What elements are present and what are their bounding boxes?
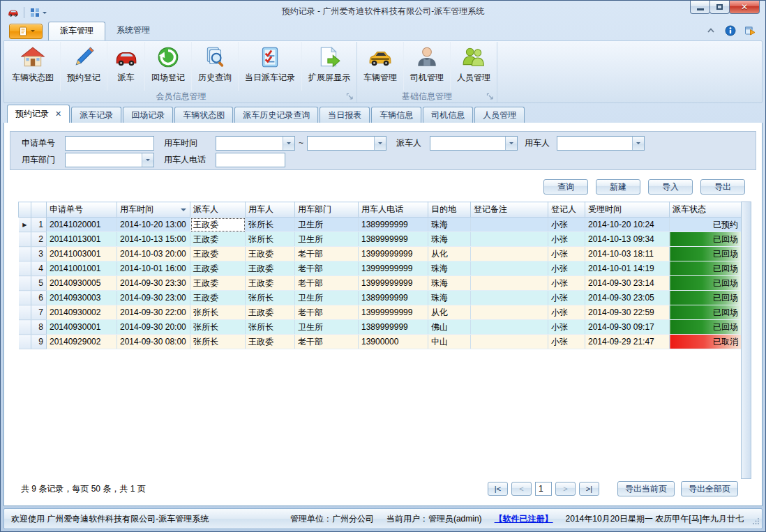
last-page-button[interactable]: >| bbox=[579, 482, 599, 496]
cell-用车部门[interactable]: 老干部 bbox=[295, 276, 359, 291]
table-row[interactable]: 8201409300012014-09-30 20:00张所长张所长卫生所138… bbox=[19, 320, 742, 335]
column-header-申请单号[interactable]: 申请单号 bbox=[47, 202, 117, 218]
cell-用车人电话[interactable]: 13999999999 bbox=[359, 305, 428, 320]
next-page-button[interactable]: > bbox=[555, 482, 576, 496]
column-header-登记备注[interactable]: 登记备注 bbox=[471, 202, 548, 218]
cell-登记人[interactable]: 小张 bbox=[548, 218, 585, 232]
cell-登记备注[interactable] bbox=[471, 218, 548, 232]
cell-用车人电话[interactable]: 1389999999 bbox=[359, 320, 428, 335]
doc-tab-车辆信息[interactable]: 车辆信息 bbox=[371, 107, 421, 123]
cell-用车人[interactable]: 王政委 bbox=[246, 261, 295, 276]
cell-用车部门[interactable]: 老干部 bbox=[295, 261, 359, 276]
cell-派车人[interactable]: 王政委 bbox=[190, 276, 246, 291]
page-number-input[interactable] bbox=[535, 482, 552, 496]
cell-登记备注[interactable] bbox=[471, 291, 548, 305]
cell-申请单号[interactable]: 20140930001 bbox=[47, 320, 117, 335]
cell-派车状态[interactable]: 已回场 bbox=[670, 276, 742, 291]
doc-tab-司机信息[interactable]: 司机信息 bbox=[423, 107, 473, 123]
cell-用车时间[interactable]: 2014-09-30 23:00 bbox=[117, 291, 190, 305]
cell-目的地[interactable]: 珠海 bbox=[428, 232, 471, 247]
column-header-用车人电话[interactable]: 用车人电话 bbox=[359, 202, 428, 218]
cell-受理时间[interactable]: 2014-10-01 14:19 bbox=[585, 261, 670, 276]
cell-用车人[interactable]: 张所长 bbox=[246, 291, 295, 305]
cell-登记人[interactable]: 小张 bbox=[548, 247, 585, 261]
cell-派车人[interactable]: 王政委 bbox=[190, 218, 246, 232]
ribbon-tab-系统管理[interactable]: 系统管理 bbox=[105, 22, 161, 40]
column-header-用车人[interactable]: 用车人 bbox=[246, 202, 295, 218]
cell-用车时间[interactable]: 2014-10-01 16:00 bbox=[117, 261, 190, 276]
create-button[interactable]: 新建 bbox=[596, 179, 640, 195]
cell-受理时间[interactable]: 2014-10-13 09:34 bbox=[585, 232, 670, 247]
cell-用车人电话[interactable]: 13900000 bbox=[359, 335, 428, 349]
export-current-page-button[interactable]: 导出当前页 bbox=[617, 481, 675, 496]
cell-用车人电话[interactable]: 13999999999 bbox=[359, 261, 428, 276]
cell-用车人[interactable]: 张所长 bbox=[246, 218, 295, 232]
close-button[interactable]: ✕ bbox=[729, 1, 760, 14]
cell-派车人[interactable]: 王政委 bbox=[190, 291, 246, 305]
dialog-launcher-icon[interactable] bbox=[486, 93, 494, 100]
doc-tab-派车记录[interactable]: 派车记录 bbox=[71, 107, 121, 123]
cell-派车人[interactable]: 王政委 bbox=[190, 261, 246, 276]
cell-登记人[interactable]: 小张 bbox=[548, 335, 585, 349]
cell-申请单号[interactable]: 20140930003 bbox=[47, 291, 117, 305]
cell-受理时间[interactable]: 2014-09-30 22:59 bbox=[585, 305, 670, 320]
ribbon-button-回场登记[interactable]: 回场登记 bbox=[144, 42, 191, 91]
first-page-button[interactable]: |< bbox=[488, 482, 508, 496]
table-row[interactable]: 4201410010012014-10-01 16:00王政委王政委老干部139… bbox=[19, 261, 742, 276]
table-row[interactable]: 7201409300022014-09-30 22:00张所长王政委老干部139… bbox=[19, 305, 742, 320]
cell-派车人[interactable]: 张所长 bbox=[190, 335, 246, 349]
cell-目的地[interactable]: 佛山 bbox=[428, 320, 471, 335]
column-header-受理时间[interactable]: 受理时间 bbox=[585, 202, 670, 218]
doc-tab-当日报表[interactable]: 当日报表 bbox=[320, 107, 370, 123]
cell-派车状态[interactable]: 已回场 bbox=[670, 320, 742, 335]
doc-tab-车辆状态图[interactable]: 车辆状态图 bbox=[174, 107, 233, 123]
cell-受理时间[interactable]: 2014-10-03 18:11 bbox=[585, 247, 670, 261]
cell-受理时间[interactable]: 2014-09-29 21:47 bbox=[585, 335, 670, 349]
collapse-ribbon-button[interactable] bbox=[705, 25, 716, 36]
cell-登记人[interactable]: 小张 bbox=[548, 276, 585, 291]
cell-用车人电话[interactable]: 1389999999 bbox=[359, 232, 428, 247]
resize-grip-icon[interactable] bbox=[753, 517, 760, 526]
cell-登记备注[interactable] bbox=[471, 232, 548, 247]
cell-派车人[interactable]: 王政委 bbox=[190, 232, 246, 247]
cell-用车时间[interactable]: 2014-10-20 13:00 bbox=[117, 218, 190, 232]
close-tab-icon[interactable]: ✕ bbox=[55, 109, 61, 119]
cell-申请单号[interactable]: 20141003001 bbox=[47, 247, 117, 261]
cell-用车人电话[interactable]: 13999999999 bbox=[359, 276, 428, 291]
cell-登记人[interactable]: 小张 bbox=[548, 320, 585, 335]
doc-tab-预约记录[interactable]: 预约记录✕ bbox=[7, 105, 70, 123]
table-row[interactable]: 3201410030012014-10-03 20:00王政委王政委老干部139… bbox=[19, 247, 742, 261]
ribbon-button-派车[interactable]: 派车 bbox=[107, 42, 144, 91]
ribbon-button-车辆管理[interactable]: 车辆管理 bbox=[357, 42, 403, 91]
cell-登记备注[interactable] bbox=[471, 305, 548, 320]
cell-用车人[interactable]: 张所长 bbox=[246, 320, 295, 335]
column-header-派车状态[interactable]: 派车状态 bbox=[670, 202, 742, 218]
cell-用车人电话[interactable]: 1389999999 bbox=[359, 218, 428, 232]
cell-受理时间[interactable]: 2014-10-20 10:24 bbox=[585, 218, 670, 232]
doc-tab-派车历史记录查询[interactable]: 派车历史记录查询 bbox=[234, 107, 318, 123]
ribbon-button-人员管理[interactable]: 人员管理 bbox=[450, 42, 497, 91]
doc-tab-人员管理[interactable]: 人员管理 bbox=[474, 107, 525, 123]
import-button[interactable]: 导入 bbox=[648, 179, 693, 195]
cell-派车状态[interactable]: 已回场 bbox=[670, 291, 742, 305]
ribbon-button-司机管理[interactable]: 司机管理 bbox=[403, 42, 450, 91]
cell-登记备注[interactable] bbox=[471, 320, 548, 335]
cell-登记备注[interactable] bbox=[471, 276, 548, 291]
cell-派车状态[interactable]: 已回场 bbox=[670, 247, 742, 261]
doc-tab-回场记录[interactable]: 回场记录 bbox=[123, 107, 173, 123]
ribbon-button-车辆状态图[interactable]: 车辆状态图 bbox=[6, 42, 60, 91]
cell-用车部门[interactable]: 老干部 bbox=[295, 247, 359, 261]
department-combo[interactable] bbox=[65, 153, 154, 167]
cell-受理时间[interactable]: 2014-09-30 23:14 bbox=[585, 276, 670, 291]
cell-登记人[interactable]: 小张 bbox=[548, 261, 585, 276]
cell-用车时间[interactable]: 2014-09-30 22:00 bbox=[117, 305, 190, 320]
minimize-button[interactable] bbox=[690, 1, 710, 14]
ribbon-tab-派车管理[interactable]: 派车管理 bbox=[48, 22, 105, 40]
cell-用车时间[interactable]: 2014-09-30 08:00 bbox=[117, 335, 190, 349]
cell-目的地[interactable]: 珠海 bbox=[428, 276, 471, 291]
cell-申请单号[interactable]: 20140929002 bbox=[47, 335, 117, 349]
column-header-用车时间[interactable]: 用车时间 bbox=[117, 202, 190, 218]
cell-目的地[interactable]: 珠海 bbox=[428, 261, 471, 276]
cell-申请单号[interactable]: 20141013001 bbox=[47, 232, 117, 247]
column-header-用车部门[interactable]: 用车部门 bbox=[295, 202, 359, 218]
